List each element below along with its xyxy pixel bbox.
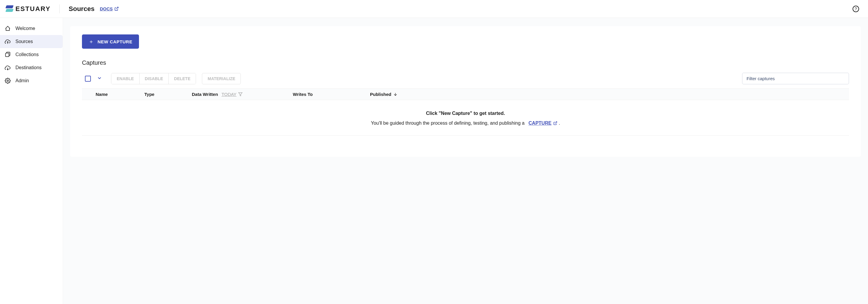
docs-label: DOCS bbox=[100, 6, 113, 11]
page-title: Sources bbox=[69, 5, 94, 13]
arrow-down-icon bbox=[393, 92, 398, 96]
main-content: ＋ NEW CAPTURE Captures ENABLE DISABLE DE… bbox=[63, 18, 868, 304]
sidebar-item-collections[interactable]: Collections bbox=[0, 48, 63, 61]
svg-line-0 bbox=[116, 7, 119, 9]
chevron-down-icon bbox=[97, 75, 102, 81]
sidebar-item-label: Destinations bbox=[16, 65, 41, 70]
external-link-icon bbox=[553, 121, 557, 125]
empty-desc-prefix: You'll be guided through the process of … bbox=[371, 121, 525, 126]
column-name[interactable]: Name bbox=[82, 92, 144, 97]
table-header: Name Type Data Written TODAY Writes To P… bbox=[82, 88, 849, 100]
disable-button[interactable]: DISABLE bbox=[140, 73, 169, 84]
sidebar: Welcome Sources Collections Destinations… bbox=[0, 18, 63, 304]
header-divider bbox=[59, 4, 60, 13]
empty-state-description: You'll be guided through the process of … bbox=[82, 119, 849, 127]
sidebar-item-destinations[interactable]: Destinations bbox=[0, 61, 63, 74]
sidebar-item-welcome[interactable]: Welcome bbox=[0, 22, 63, 35]
column-data-written-label: Data Written bbox=[192, 92, 218, 97]
action-button-group: ENABLE DISABLE DELETE bbox=[111, 73, 196, 84]
sidebar-item-label: Collections bbox=[16, 52, 39, 57]
enable-button[interactable]: ENABLE bbox=[111, 73, 140, 84]
logo-icon bbox=[6, 5, 13, 12]
database-icon bbox=[5, 52, 11, 58]
empty-state-title: Click "New Capture" to get started. bbox=[82, 111, 849, 116]
sidebar-item-sources[interactable]: Sources bbox=[0, 35, 63, 48]
logo[interactable]: ESTUARY bbox=[6, 5, 51, 13]
sidebar-item-label: Welcome bbox=[16, 26, 35, 31]
filter-input[interactable] bbox=[742, 73, 849, 84]
new-capture-button[interactable]: ＋ NEW CAPTURE bbox=[82, 34, 139, 49]
svg-point-4 bbox=[7, 80, 9, 82]
help-button[interactable]: ? bbox=[852, 6, 859, 12]
svg-rect-2 bbox=[6, 53, 9, 57]
plus-icon: ＋ bbox=[89, 38, 94, 45]
home-icon bbox=[5, 26, 11, 31]
sidebar-item-label: Sources bbox=[16, 39, 33, 44]
cloud-download-icon bbox=[5, 65, 11, 71]
today-label: TODAY bbox=[221, 92, 237, 97]
sidebar-item-label: Admin bbox=[16, 78, 29, 84]
app-header: ESTUARY Sources DOCS ? bbox=[0, 0, 868, 18]
new-capture-label: NEW CAPTURE bbox=[98, 39, 132, 44]
help-icon: ? bbox=[855, 6, 857, 11]
cloud-upload-icon bbox=[5, 39, 11, 44]
filter-icon bbox=[238, 92, 243, 96]
external-link-icon bbox=[114, 6, 119, 11]
empty-desc-suffix: . bbox=[559, 121, 560, 126]
column-data-written[interactable]: Data Written TODAY bbox=[192, 92, 293, 97]
svg-line-7 bbox=[555, 121, 557, 123]
empty-state: Click "New Capture" to get started. You'… bbox=[82, 100, 849, 136]
capture-link-label: CAPTURE bbox=[529, 119, 552, 127]
column-published-label: Published bbox=[370, 92, 392, 97]
captures-panel: ＋ NEW CAPTURE Captures ENABLE DISABLE DE… bbox=[70, 26, 861, 157]
capture-docs-link[interactable]: CAPTURE bbox=[529, 119, 557, 127]
delete-button[interactable]: DELETE bbox=[169, 73, 196, 84]
column-type[interactable]: Type bbox=[144, 92, 192, 97]
docs-link[interactable]: DOCS bbox=[100, 6, 119, 11]
section-title: Captures bbox=[82, 59, 849, 66]
column-published[interactable]: Published bbox=[370, 92, 435, 97]
today-filter[interactable]: TODAY bbox=[221, 92, 243, 97]
materialize-button[interactable]: MATERIALIZE bbox=[202, 73, 241, 84]
sidebar-item-admin[interactable]: Admin bbox=[0, 74, 63, 87]
gear-icon bbox=[5, 78, 11, 84]
column-writes-to[interactable]: Writes To bbox=[293, 92, 370, 97]
table-toolbar: ENABLE DISABLE DELETE MATERIALIZE bbox=[82, 73, 849, 84]
select-menu-button[interactable] bbox=[96, 74, 103, 83]
select-all-checkbox[interactable] bbox=[85, 76, 91, 82]
svg-marker-5 bbox=[239, 93, 243, 96]
logo-text: ESTUARY bbox=[16, 5, 51, 13]
